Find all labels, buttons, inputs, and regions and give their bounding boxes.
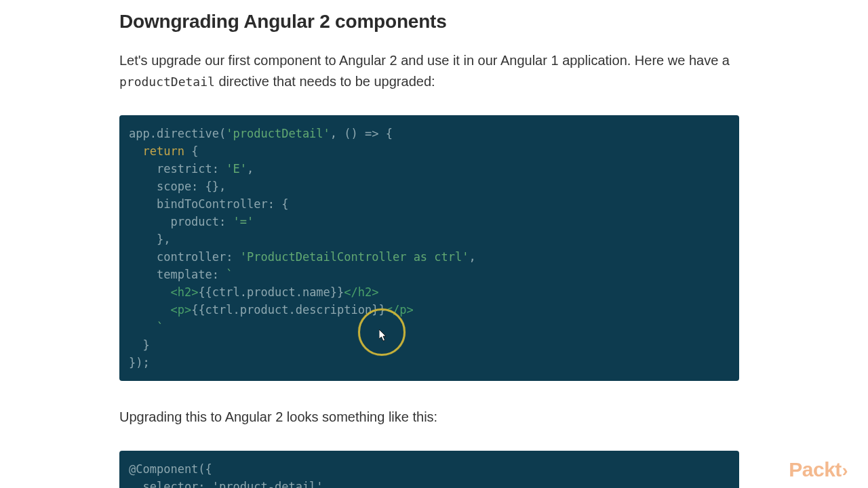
logo-arrow-icon: › [842,460,848,481]
packt-logo: Packt› [789,458,848,481]
intro-paragraph: Let's upgrade our first component to Ang… [119,50,739,92]
code-block-2: @Component({ selector: 'product-detail' [119,451,739,488]
section-heading: Downgrading Angular 2 components [119,11,739,33]
para-text-a: Let's upgrade our first component to Ang… [119,53,730,68]
transition-paragraph: Upgrading this to Angular 2 looks someth… [119,407,739,428]
para-text-b: directive that needs to be upgraded: [215,74,435,89]
code-block-1: app.directive('productDetail', () => { r… [119,115,739,381]
inline-code-productdetail: productDetail [119,75,215,89]
logo-text: Packt [789,458,842,481]
